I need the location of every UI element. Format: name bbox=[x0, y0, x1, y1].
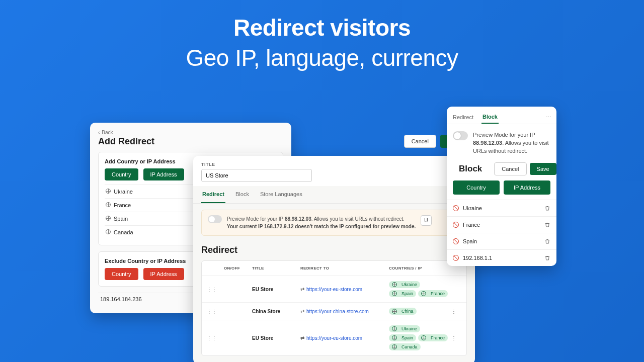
table-header-row: ON/OFF TITLE REDIRECT TO COUNTRIES / IP bbox=[202, 261, 466, 276]
tab-block[interactable]: Block bbox=[481, 111, 499, 124]
redirect-list-panel: TITLE Cancel Save Redirect Block Store L… bbox=[193, 156, 475, 362]
redirect-url[interactable]: https://your-eu-store.com bbox=[306, 287, 362, 292]
country-badge: Canada bbox=[389, 343, 421, 350]
title-input[interactable] bbox=[201, 169, 312, 182]
tabs: Redirect Block Store Languages bbox=[193, 186, 475, 204]
block-item-label: Spain bbox=[463, 238, 477, 244]
country-badge: France bbox=[418, 334, 448, 341]
table-row: ⋮⋮ China Store ⇄https://your-china-store… bbox=[202, 303, 466, 320]
country-badge: Ukraine bbox=[389, 281, 420, 288]
block-heading: Block bbox=[453, 163, 488, 175]
redirect-url[interactable]: https://your-china-store.com bbox=[306, 309, 369, 314]
block-item-label: France bbox=[463, 222, 480, 228]
preview-mode-row: Preview Mode for your IP 88.98.12.03. Al… bbox=[447, 124, 556, 162]
country-badges: Ukraine Spain France Canada bbox=[389, 325, 448, 350]
add-ip-button[interactable]: IP Address bbox=[143, 168, 184, 180]
block-ip-button[interactable]: IP Address bbox=[504, 180, 550, 195]
row-menu-icon[interactable]: ⋮ bbox=[451, 335, 461, 341]
redirect-table: ON/OFF TITLE REDIRECT TO COUNTRIES / IP … bbox=[201, 260, 467, 356]
country-badge: China bbox=[389, 308, 417, 315]
delete-icon[interactable] bbox=[544, 238, 550, 244]
delete-icon[interactable] bbox=[544, 255, 550, 261]
block-icon bbox=[453, 205, 459, 211]
tab-block[interactable]: Block bbox=[234, 186, 250, 203]
country-badge: Spain bbox=[389, 290, 416, 297]
shuffle-icon: ⇄ bbox=[300, 309, 304, 314]
globe-icon bbox=[106, 229, 111, 234]
row-title: EU Store bbox=[252, 287, 297, 292]
block-icon bbox=[453, 222, 459, 228]
more-menu-icon[interactable]: ⋯ bbox=[546, 114, 551, 121]
preview-toggle[interactable] bbox=[208, 215, 222, 223]
tab-redirect[interactable]: Redirect bbox=[452, 111, 474, 123]
ip-value: 189.164.184.236 bbox=[100, 296, 142, 302]
block-panel: Redirect Block ⋯ Preview Mode for your I… bbox=[447, 107, 556, 266]
cancel-button[interactable]: Cancel bbox=[494, 162, 526, 175]
shuffle-icon: ⇄ bbox=[300, 287, 304, 292]
block-item-label: 192.168.1.1 bbox=[463, 255, 492, 261]
country-badges: Ukraine Spain France bbox=[389, 281, 448, 297]
globe-icon bbox=[106, 189, 111, 194]
table-row: ⋮⋮ EU Store ⇄https://your-eu-store.com U… bbox=[202, 320, 466, 355]
back-link[interactable]: ‹ Back bbox=[98, 130, 154, 135]
block-item-label: Ukraine bbox=[463, 205, 482, 211]
block-tabs: Redirect Block ⋯ bbox=[447, 107, 556, 124]
country-name: Spain bbox=[114, 216, 128, 222]
col-countries: COUNTRIES / IP bbox=[389, 266, 448, 270]
banner-action[interactable]: U bbox=[421, 215, 431, 226]
cancel-button[interactable]: Cancel bbox=[404, 135, 436, 148]
preview-toggle[interactable] bbox=[453, 131, 468, 140]
row-title: EU Store bbox=[252, 335, 297, 341]
globe-icon bbox=[106, 216, 111, 221]
country-name: France bbox=[114, 202, 131, 208]
country-badge: Ukraine bbox=[389, 325, 420, 332]
col-onoff: ON/OFF bbox=[224, 266, 249, 270]
add-country-button[interactable]: Country bbox=[105, 168, 138, 180]
preview-text: Preview Mode for your IP 88.98.12.03. Al… bbox=[473, 131, 550, 155]
save-button[interactable]: Save bbox=[530, 163, 556, 175]
country-badge: Spain bbox=[389, 334, 416, 341]
tab-store-languages[interactable]: Store Languages bbox=[259, 186, 303, 203]
block-item: Spain bbox=[447, 233, 556, 249]
tab-redirect[interactable]: Redirect bbox=[201, 186, 225, 203]
hero-subtitle: Geo IP, language, currency bbox=[0, 44, 644, 71]
title-field-group: TITLE Cancel Save bbox=[193, 156, 475, 186]
hero: Redirect visitors Geo IP, language, curr… bbox=[0, 0, 644, 71]
hero-title: Redirect visitors bbox=[0, 14, 644, 41]
block-list: Ukraine France Spain 192.168.1.1 bbox=[447, 200, 556, 266]
preview-banner: Preview Mode for your IP 88.98.12.03. Al… bbox=[201, 210, 467, 236]
exclude-country-button[interactable]: Country bbox=[105, 268, 138, 280]
block-icon bbox=[453, 255, 459, 261]
block-icon bbox=[453, 238, 459, 244]
country-badge: France bbox=[418, 290, 448, 297]
shuffle-icon: ⇄ bbox=[300, 335, 304, 341]
delete-icon[interactable] bbox=[544, 205, 550, 211]
title-field-label: TITLE bbox=[201, 162, 312, 167]
block-country-button[interactable]: Country bbox=[453, 180, 500, 195]
col-title: TITLE bbox=[252, 266, 297, 270]
block-item: France bbox=[447, 216, 556, 233]
row-title: China Store bbox=[252, 309, 297, 314]
country-name: Canada bbox=[114, 229, 133, 235]
table-row: ⋮⋮ EU Store ⇄https://your-eu-store.com U… bbox=[202, 276, 466, 303]
preview-text: Preview Mode for your IP 88.98.12.03. Al… bbox=[227, 215, 416, 230]
exclude-ip-button[interactable]: IP Address bbox=[143, 268, 184, 280]
globe-icon bbox=[106, 202, 111, 207]
col-redirect: REDIRECT TO bbox=[300, 266, 386, 270]
delete-icon[interactable] bbox=[544, 222, 550, 228]
block-item: Ukraine bbox=[447, 200, 556, 216]
block-item: 192.168.1.1 bbox=[447, 249, 556, 266]
row-menu-icon[interactable]: ⋮ bbox=[451, 309, 461, 314]
redirect-url[interactable]: https://your-eu-store.com bbox=[306, 335, 362, 341]
chevron-left-icon: ‹ bbox=[98, 130, 100, 135]
panel-title: Add Redirect bbox=[98, 136, 154, 147]
country-badges: China bbox=[389, 308, 448, 315]
list-heading: Redirect bbox=[193, 242, 475, 260]
country-name: Ukraine bbox=[114, 189, 133, 195]
back-label: Back bbox=[102, 130, 113, 135]
